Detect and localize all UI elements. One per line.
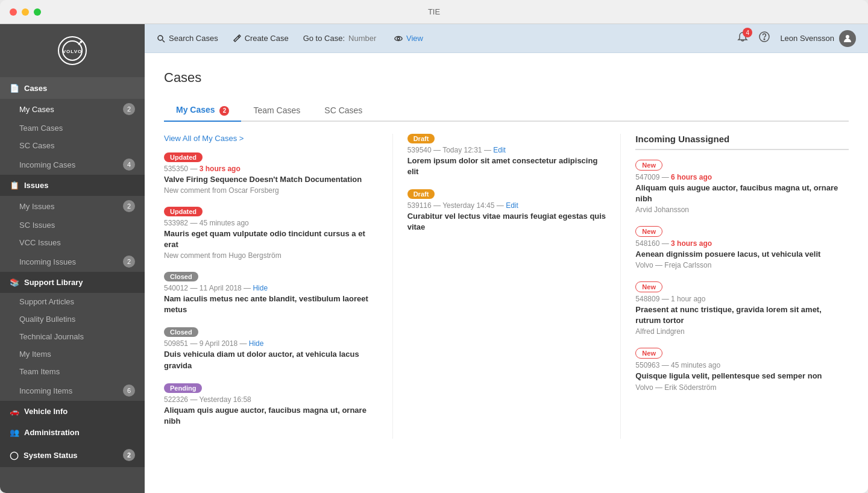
sidebar-item-vcc-issues[interactable]: VCC Issues	[0, 234, 145, 251]
page-title: Cases	[164, 70, 849, 86]
admin-icon: 👥	[10, 428, 19, 437]
sidebar-item-team-cases[interactable]: Team Cases	[0, 119, 145, 137]
case-badge: New	[635, 160, 662, 171]
sidebar-item-administration[interactable]: 👥 Administration	[0, 422, 145, 443]
sidebar-item-sc-issues[interactable]: SC Issues	[0, 216, 145, 234]
sidebar-item-technical-journals[interactable]: Technical Journals	[0, 328, 145, 345]
case-badge: Closed	[164, 327, 198, 337]
user-info[interactable]: Leon Svensson	[780, 30, 856, 47]
my-cases-column: View All of My Cases > Updated 535350 — …	[164, 134, 392, 439]
content-area: Cases My Cases 2 Team Cases SC Cases	[145, 53, 868, 493]
my-cases-badge: 2	[123, 103, 135, 115]
search-cases-button[interactable]: Search Cases	[157, 34, 218, 43]
edit-link[interactable]: Edit	[493, 146, 506, 154]
svg-text:VOLVO: VOLVO	[63, 49, 82, 54]
minimize-button[interactable]	[22, 8, 29, 16]
case-item: Closed 509851 — 9 April 2018 — Hide Duis…	[164, 327, 378, 371]
sidebar-item-incoming-issues[interactable]: Incoming Issues 2	[0, 251, 145, 272]
case-item: New 548809 — 1 hour ago Praesent at nunc…	[635, 281, 849, 336]
case-title[interactable]: Quisque ligula velit, pellentesque sed s…	[635, 371, 849, 382]
sidebar-item-cases[interactable]: 📄 Cases	[0, 78, 145, 99]
case-badge: Pending	[164, 383, 202, 393]
case-item: New 547009 — 6 hours ago Aliquam quis au…	[635, 160, 849, 214]
sidebar-section-administration: 👥 Administration	[0, 422, 145, 443]
case-meta: 550963 — 45 minutes ago	[635, 361, 849, 369]
main-content: Search Cases Create Case Go to Case: Vie…	[145, 24, 868, 493]
sidebar-item-my-cases[interactable]: My Cases 2	[0, 99, 145, 119]
tab-my-cases[interactable]: My Cases 2	[164, 100, 241, 122]
case-meta: 548160 — 3 hours ago	[635, 239, 849, 248]
window-title: TIE	[428, 7, 440, 16]
goto-case-input[interactable]	[348, 34, 391, 43]
sidebar-item-quality-bulletins[interactable]: Quality Bulletins	[0, 310, 145, 328]
sidebar-item-support-articles[interactable]: Support Articles	[0, 293, 145, 310]
sidebar-item-support-library[interactable]: 📚 Support Library	[0, 272, 145, 293]
hide-link[interactable]: Hide	[253, 284, 268, 292]
svg-point-7	[397, 37, 400, 40]
case-meta: 539116 — Yesterday 14:45 — Edit	[407, 201, 606, 210]
search-icon	[157, 34, 165, 43]
tab-team-cases[interactable]: Team Cases	[241, 101, 312, 121]
sidebar-section-cases: 📄 Cases My Cases 2 Team Cases SC Cases I…	[0, 78, 145, 175]
case-sub: Arvid Johansson	[635, 206, 849, 214]
case-title[interactable]: Aliquam quis augue auctor, faucibus magn…	[635, 183, 849, 204]
topnav: Search Cases Create Case Go to Case: Vie…	[145, 24, 868, 53]
maximize-button[interactable]	[34, 8, 41, 16]
svg-point-4	[158, 36, 163, 40]
system-status-badge: 2	[123, 449, 135, 461]
notifications-badge: 4	[743, 28, 752, 37]
sidebar-item-incoming-cases[interactable]: Incoming Cases 4	[0, 154, 145, 175]
case-meta: 540012 — 11 April 2018 — Hide	[164, 284, 378, 292]
case-badge: New	[635, 348, 662, 359]
help-button[interactable]	[758, 31, 770, 46]
case-sub: New comment from Hugo Bergström	[164, 251, 378, 260]
case-title[interactable]: Lorem ipsum dolor sit amet consectetur a…	[407, 155, 606, 177]
incoming-unassigned-column: Incoming Unassigned New 547009 — 6 hours…	[620, 134, 849, 439]
case-badge: Draft	[407, 134, 435, 143]
titlebar-buttons	[10, 8, 41, 16]
sidebar-item-system-status[interactable]: ◯ System Status 2	[0, 443, 145, 467]
case-title[interactable]: Curabitur vel lectus vitae mauris feugia…	[407, 211, 606, 233]
edit-link[interactable]: Edit	[506, 201, 518, 210]
sidebar-section-support-library: 📚 Support Library Support Articles Quali…	[0, 272, 145, 401]
case-title[interactable]: Aenean dignissim posuere lacus, ut vehic…	[635, 249, 849, 260]
case-sub: New comment from Oscar Forsberg	[164, 186, 378, 195]
sidebar-item-my-issues[interactable]: My Issues 2	[0, 196, 145, 216]
case-item: Updated 533982 — 45 minutes ago Mauris e…	[164, 207, 378, 260]
case-item: Draft 539116 — Yesterday 14:45 — Edit Cu…	[407, 189, 606, 233]
case-item: New 550963 — 45 minutes ago Quisque ligu…	[635, 348, 849, 391]
view-all-link[interactable]: View All of My Cases >	[164, 134, 378, 143]
svg-point-9	[764, 39, 766, 40]
hide-link[interactable]: Hide	[249, 339, 264, 348]
vehicle-icon: 🚗	[10, 407, 19, 416]
close-button[interactable]	[10, 8, 17, 16]
support-library-icon: 📚	[10, 278, 19, 287]
notifications-button[interactable]: 4	[737, 31, 749, 45]
sidebar-item-vehicle-info[interactable]: 🚗 Vehicle Info	[0, 401, 145, 422]
case-meta: 548809 — 1 hour ago	[635, 295, 849, 303]
case-title[interactable]: Aliquam quis augue auctor, faucibus magn…	[164, 405, 378, 427]
case-item: Draft 539540 — Today 12:31 — Edit Lorem …	[407, 134, 606, 177]
tab-sc-cases[interactable]: SC Cases	[312, 101, 374, 121]
case-sub: Volvo — Erik Söderström	[635, 383, 849, 392]
svg-point-10	[846, 35, 849, 39]
case-title[interactable]: Mauris eget quam vulputate odio tincidun…	[164, 228, 378, 250]
sidebar-item-sc-cases[interactable]: SC Cases	[0, 137, 145, 154]
case-title[interactable]: Valve Firing Sequence Doesn't Match Docu…	[164, 174, 378, 185]
sidebar-item-my-items[interactable]: My Items	[0, 345, 145, 363]
case-title[interactable]: Duis vehicula diam ut dolor auctor, at v…	[164, 349, 378, 371]
help-icon	[758, 31, 770, 43]
case-badge: Draft	[407, 189, 435, 199]
case-badge: Updated	[164, 152, 203, 162]
case-title[interactable]: Praesent at nunc tristique, gravida lore…	[635, 304, 849, 326]
create-case-button[interactable]: Create Case	[233, 34, 289, 43]
volvo-logo: VOLVO	[58, 36, 87, 65]
sidebar-item-issues[interactable]: 📋 Issues	[0, 175, 145, 196]
sidebar-section-system-status: ◯ System Status 2	[0, 443, 145, 467]
case-title[interactable]: Nam iaculis metus nec ante blandit, vest…	[164, 294, 378, 315]
sidebar-item-team-items[interactable]: Team Items	[0, 363, 145, 380]
tabs-row: My Cases 2 Team Cases SC Cases	[164, 100, 849, 122]
case-item: Closed 540012 — 11 April 2018 — Hide Nam…	[164, 272, 378, 315]
sidebar-item-incoming-items[interactable]: Incoming Items 6	[0, 380, 145, 401]
case-meta: 522326 — Yesterday 16:58	[164, 395, 378, 404]
